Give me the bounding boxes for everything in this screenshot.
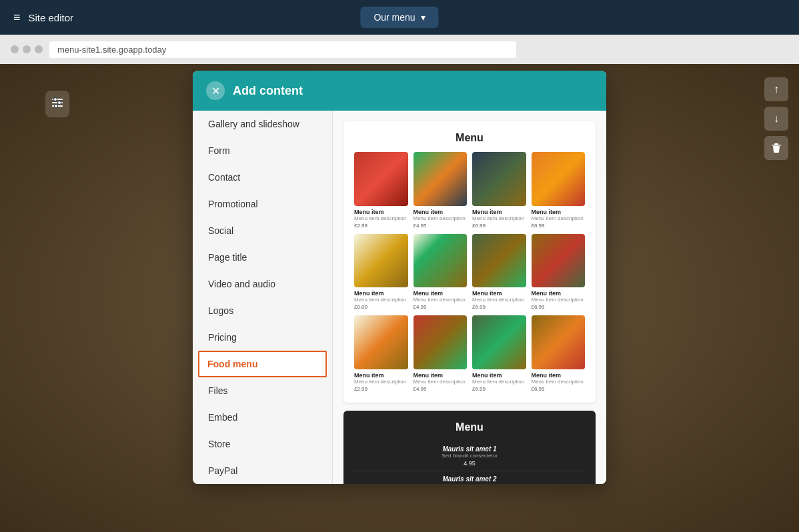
sidebar-item-video[interactable]: Video and audio — [193, 271, 332, 297]
main-area: ALDENA ↑ ↓ ✕ — [0, 64, 799, 532]
menu-grid-item-7: Menu item Menu item description £6.99 — [472, 234, 526, 311]
sidebar-item-files[interactable]: Files — [193, 377, 332, 404]
menu-grid-item-1: Menu item Menu item description £2.99 — [354, 152, 408, 229]
browser-bar: menu-site1.site.goapp.today — [0, 35, 799, 64]
menu-grid-item-4: Menu item Menu item description £6.99 — [532, 152, 586, 229]
menu-grid-item-12: Menu item Menu item description £6.99 — [532, 315, 586, 392]
dark-menu-title: Menu — [354, 421, 585, 433]
sidebar-item-pricing[interactable]: Pricing — [193, 324, 332, 351]
menu-grid-item-2: Menu item Menu item description £4.95 — [414, 152, 468, 229]
light-menu-preview[interactable]: Menu Menu item Menu item description £2.… — [343, 121, 596, 403]
dark-menu-item-2: Mauris sit amet 2 Sed blandit consectetu… — [354, 471, 585, 485]
sidebar-item-contact[interactable]: Contact — [193, 164, 332, 191]
menu-grid-item-6: Menu item Menu item description £4.99 — [414, 234, 468, 311]
sidebar-item-food-menu[interactable]: Food menu — [198, 351, 327, 377]
modal-overlay: ✕ Add content Gallery and slideshow Form… — [0, 64, 799, 532]
page-dropdown[interactable]: Our menu ▾ — [360, 7, 438, 28]
sidebar-item-social[interactable]: Social — [193, 217, 332, 244]
menu-item-image-1 — [354, 152, 408, 206]
menu-item-image-2 — [414, 152, 468, 206]
menu-item-image-7 — [472, 234, 526, 288]
sidebar-item-promotional[interactable]: Promotional — [193, 191, 332, 217]
dark-menu-item-1: Mauris sit amet 1 Sed blandit consectetu… — [354, 441, 585, 471]
sidebar-item-form[interactable]: Form — [193, 137, 332, 164]
sidebar-item-paypal[interactable]: PayPal — [193, 457, 332, 484]
dark-menu-preview[interactable]: Menu Mauris sit amet 1 Sed blandit conse… — [343, 411, 596, 485]
sidebar-item-logos[interactable]: Logos — [193, 297, 332, 324]
add-content-modal: ✕ Add content Gallery and slideshow Form… — [193, 71, 606, 484]
menu-item-image-5 — [354, 234, 408, 288]
menu-grid: Menu item Menu item description £2.99 Me… — [354, 152, 585, 392]
menu-grid-item-8: Menu item Menu item description £6.99 — [532, 234, 586, 311]
modal-body: Gallery and slideshow Form Contact Promo… — [193, 111, 606, 484]
topbar-center: Our menu ▾ — [360, 7, 438, 28]
menu-item-image-3 — [472, 152, 526, 206]
sidebar-item-embed[interactable]: Embed — [193, 404, 332, 431]
menu-grid-item-3: Menu item Menu item description £6.99 — [472, 152, 526, 229]
menu-item-image-11 — [472, 315, 526, 369]
menu-item-image-8 — [532, 234, 586, 288]
modal-sidebar: Gallery and slideshow Form Contact Promo… — [193, 111, 333, 484]
sidebar-item-store[interactable]: Store — [193, 431, 332, 457]
modal-content-area: Menu Menu item Menu item description £2.… — [333, 111, 606, 484]
menu-item-image-9 — [354, 315, 408, 369]
hamburger-icon[interactable]: ≡ — [13, 11, 21, 25]
menu-item-image-12 — [532, 315, 586, 369]
app-title: Site editor — [29, 12, 74, 23]
modal-close-button[interactable]: ✕ — [206, 81, 225, 100]
url-bar[interactable]: menu-site1.site.goapp.today — [49, 41, 516, 58]
menu-item-image-6 — [414, 234, 468, 288]
browser-dot-3 — [35, 45, 43, 53]
browser-dot-2 — [23, 45, 31, 53]
menu-grid-item-11: Menu item Menu item description £6.99 — [472, 315, 526, 392]
modal-header: ✕ Add content — [193, 71, 606, 111]
menu-grid-item-9: Menu item Menu item description £2.99 — [354, 315, 408, 392]
modal-title: Add content — [233, 84, 303, 98]
menu-grid-item-5: Menu item Menu item description £0.00 — [354, 234, 408, 311]
menu-grid-item-10: Menu item Menu item description £4.95 — [414, 315, 468, 392]
topbar: ≡ Site editor Our menu ▾ — [0, 0, 799, 35]
sidebar-item-gallery[interactable]: Gallery and slideshow — [193, 111, 332, 137]
browser-dots — [11, 45, 43, 53]
browser-dot-1 — [11, 45, 19, 53]
sidebar-item-page-title[interactable]: Page title — [193, 244, 332, 271]
menu-item-image-10 — [414, 315, 468, 369]
menu-item-image-4 — [532, 152, 586, 206]
light-menu-title: Menu — [354, 132, 585, 144]
